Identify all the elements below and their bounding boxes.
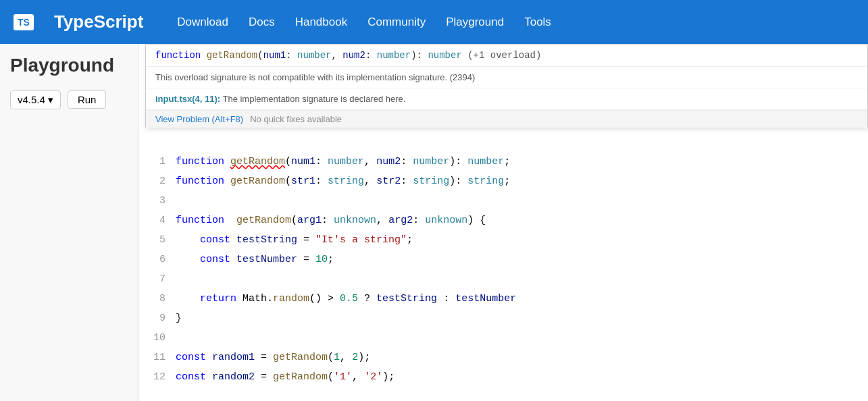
line-num-8: 8 bbox=[138, 289, 176, 309]
line-content-9: } bbox=[176, 309, 868, 328]
nav-docs[interactable]: Docs bbox=[249, 16, 275, 29]
line-num-5: 5 bbox=[138, 230, 176, 250]
line-num-10: 10 bbox=[138, 328, 176, 348]
line-content-12: const random2 = getRandom('1', '2'); bbox=[176, 367, 868, 387]
tooltip-signature: function getRandom(num1: number, num2: n… bbox=[146, 45, 867, 67]
version-row: v4.5.4 ▾ Run bbox=[10, 90, 128, 109]
code-line-2: 2 function getRandom(str1: string, str2:… bbox=[138, 171, 868, 191]
nav-community[interactable]: Community bbox=[367, 16, 426, 29]
line-num-2: 2 bbox=[138, 171, 176, 191]
sidebar-title: Playground bbox=[10, 54, 128, 77]
line-content-2: function getRandom(str1: string, str2: s… bbox=[176, 171, 868, 191]
line-content-7 bbox=[176, 269, 868, 289]
main-layout: Playground v4.5.4 ▾ Run function getRand… bbox=[0, 44, 868, 401]
tooltip-popup: function getRandom(num1: number, num2: n… bbox=[145, 44, 868, 128]
nav-playground[interactable]: Playground bbox=[446, 16, 504, 29]
view-problem-link[interactable]: View Problem (Alt+F8) bbox=[155, 114, 243, 124]
line-num-6: 6 bbox=[138, 250, 176, 269]
version-selector[interactable]: v4.5.4 ▾ bbox=[10, 90, 61, 109]
sidebar: Playground v4.5.4 ▾ Run bbox=[0, 44, 138, 401]
tooltip-error-message: This overload signature is not compatibl… bbox=[146, 67, 867, 88]
nav-handbook[interactable]: Handbook bbox=[295, 16, 348, 29]
line-num-12: 12 bbox=[138, 367, 176, 387]
code-line-4: 4 function getRandom(arg1: unknown, arg2… bbox=[138, 211, 868, 230]
line-content-10 bbox=[176, 328, 868, 348]
line-content-8: return Math.random() > 0.5 ? testString … bbox=[176, 289, 868, 309]
version-label: v4.5.4 bbox=[18, 94, 45, 105]
logo-icon: TS bbox=[14, 14, 34, 30]
code-line-9: 9 } bbox=[138, 309, 868, 328]
tooltip-actions: View Problem (Alt+F8) No quick fixes ava… bbox=[146, 110, 867, 128]
line-num-11: 11 bbox=[138, 348, 176, 367]
code-line-10: 10 bbox=[138, 328, 868, 348]
line-content-1: function getRandom(num1: number, num2: n… bbox=[176, 152, 868, 171]
code-line-5: 5 const testString = "It's a string"; bbox=[138, 230, 868, 250]
line-content-4: function getRandom(arg1: unknown, arg2: … bbox=[176, 211, 868, 230]
line-num-7: 7 bbox=[138, 269, 176, 289]
code-line-7: 7 bbox=[138, 269, 868, 289]
line-num-3: 3 bbox=[138, 191, 176, 211]
line-content-5: const testString = "It's a string"; bbox=[176, 230, 868, 250]
header: TS TypeScript Download Docs Handbook Com… bbox=[0, 0, 868, 44]
no-quick-fixes: No quick fixes available bbox=[250, 114, 342, 124]
run-button[interactable]: Run bbox=[68, 90, 107, 109]
code-line-12: 12 const random2 = getRandom('1', '2'); bbox=[138, 367, 868, 387]
chevron-down-icon: ▾ bbox=[48, 94, 53, 106]
code-line-11: 11 const random1 = getRandom(1, 2); bbox=[138, 348, 868, 367]
code-line-6: 6 const testNumber = 10; bbox=[138, 250, 868, 269]
tooltip-location: input.tsx(4, 11): The implementation sig… bbox=[146, 88, 867, 110]
line-num-4: 4 bbox=[138, 211, 176, 230]
editor-area: function getRandom(num1: number, num2: n… bbox=[138, 44, 868, 401]
brand-name: TypeScript bbox=[54, 11, 143, 32]
code-editor[interactable]: 1 function getRandom(num1: number, num2:… bbox=[138, 152, 868, 401]
line-content-11: const random1 = getRandom(1, 2); bbox=[176, 348, 868, 367]
line-content-6: const testNumber = 10; bbox=[176, 250, 868, 269]
line-num-1: 1 bbox=[138, 152, 176, 171]
line-num-9: 9 bbox=[138, 309, 176, 328]
code-line-3: 3 bbox=[138, 191, 868, 211]
code-line-8: 8 return Math.random() > 0.5 ? testStrin… bbox=[138, 289, 868, 309]
nav-tools[interactable]: Tools bbox=[524, 16, 551, 29]
nav-download[interactable]: Download bbox=[177, 16, 228, 29]
line-content-3 bbox=[176, 191, 868, 211]
code-line-1: 1 function getRandom(num1: number, num2:… bbox=[138, 152, 868, 171]
